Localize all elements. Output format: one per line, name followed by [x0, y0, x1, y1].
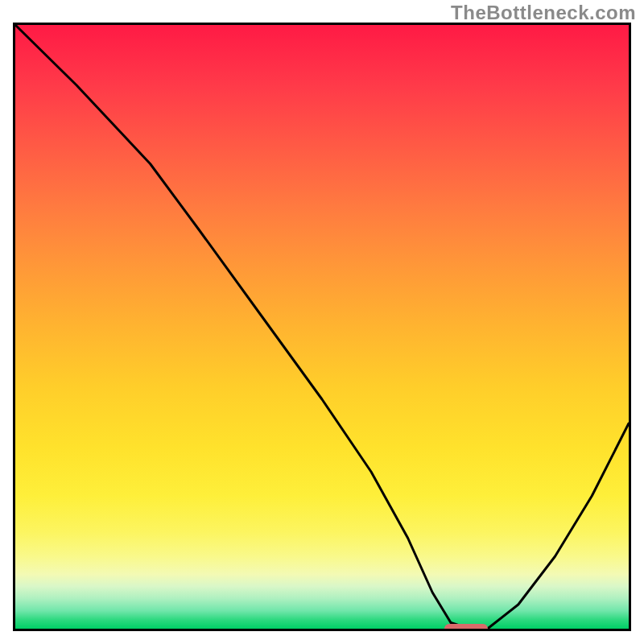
- curve-svg: [15, 25, 629, 629]
- chart-container: TheBottleneck.com: [0, 0, 644, 644]
- minimum-marker: [444, 624, 487, 631]
- watermark-text: TheBottleneck.com: [451, 2, 636, 24]
- bottleneck-curve-path: [15, 25, 629, 629]
- plot-frame: [13, 23, 631, 631]
